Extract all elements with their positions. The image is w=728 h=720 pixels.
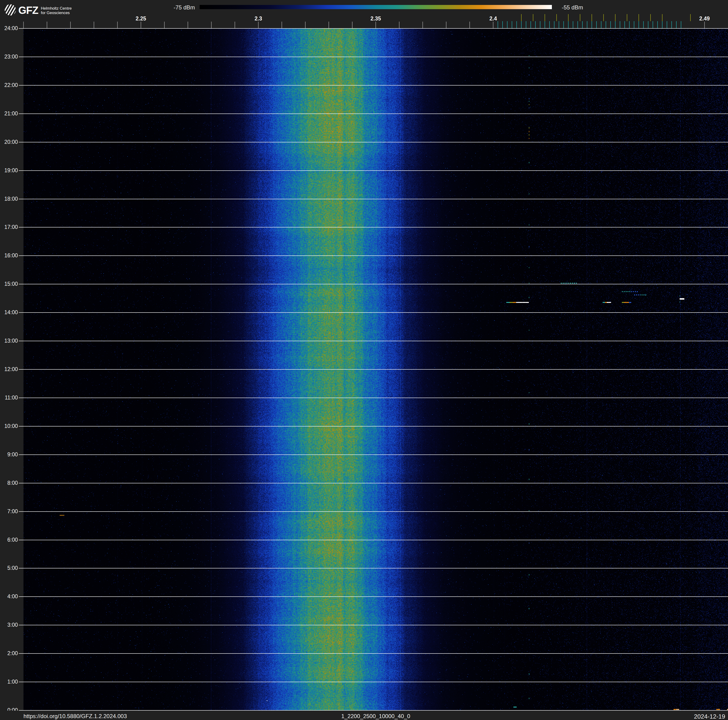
hour-gridline <box>19 113 728 114</box>
wifi-channel-marker <box>615 14 615 21</box>
ble-channel-marker <box>662 21 662 28</box>
ble-channel-marker <box>540 21 540 28</box>
ble-channel-marker <box>596 21 597 28</box>
ble-channel-marker <box>559 21 559 28</box>
time-label: 13:00 <box>0 338 18 344</box>
freq-label: 2.35 <box>370 15 381 22</box>
ble-channel-marker <box>653 21 653 28</box>
ble-channel-marker <box>676 21 677 28</box>
ble-channel-marker <box>587 21 587 28</box>
colorbar-min-label: -75 dBm <box>141 4 195 11</box>
time-label: 18:00 <box>0 196 18 202</box>
freq-tick <box>47 21 47 28</box>
ble-channel-marker <box>657 21 658 28</box>
ble-channel-marker <box>601 21 601 28</box>
hour-gridline <box>19 369 728 370</box>
freq-label: 2.25 <box>136 15 146 22</box>
dataset-title: 1_2200_2500_10000_40_0 <box>23 713 728 720</box>
time-label: 22:00 <box>0 82 18 88</box>
time-label: 20:00 <box>0 139 18 145</box>
freq-tick <box>94 21 94 28</box>
freq-tick <box>352 21 352 28</box>
wifi-channel-marker <box>568 14 569 21</box>
ble-channel-marker <box>512 21 512 28</box>
logo-org-text: GFZ <box>18 5 38 16</box>
ble-channel-marker <box>549 21 550 28</box>
wifi-channel-marker <box>662 14 662 21</box>
hour-gridline <box>19 312 728 313</box>
hour-gridline <box>19 341 728 341</box>
time-label: 2:00 <box>0 650 18 657</box>
ble-channel-marker <box>620 21 620 28</box>
logo-subtitle-line2: for Geosciences <box>41 11 70 15</box>
wifi-channel-marker <box>639 14 639 21</box>
time-label: 5:00 <box>0 565 18 571</box>
freq-tick <box>258 21 258 28</box>
ble-channel-marker <box>531 21 531 28</box>
wifi-channel-marker <box>592 14 592 21</box>
time-label: 6:00 <box>0 536 18 543</box>
time-label: 9:00 <box>0 451 18 458</box>
hour-gridline <box>19 653 728 654</box>
time-label: 8:00 <box>0 480 18 486</box>
freq-label: 2.4 <box>489 15 497 22</box>
freq-tick <box>23 21 24 28</box>
time-label: 14:00 <box>0 309 18 316</box>
ble-channel-marker <box>639 21 639 28</box>
colorbar <box>200 5 552 9</box>
hour-gridline <box>19 398 728 398</box>
ble-channel-marker <box>610 21 611 28</box>
ble-channel-marker <box>568 21 569 28</box>
time-label: 23:00 <box>0 54 18 60</box>
hour-gridline <box>19 483 728 483</box>
wifi-channel-marker <box>627 14 627 21</box>
hour-gridline <box>19 57 728 57</box>
ble-channel-marker <box>502 21 503 28</box>
freq-tick <box>164 21 165 28</box>
freq-tick <box>493 21 493 28</box>
ble-channel-marker <box>573 21 573 28</box>
wifi-channel-marker <box>650 14 651 21</box>
freq-tick <box>235 21 235 28</box>
time-label: 12:00 <box>0 366 18 372</box>
hour-gridline <box>19 256 728 256</box>
hour-gridline <box>19 682 728 682</box>
spectrogram-page: GFZ Helmholtz Centre for Geosciences -75… <box>0 0 728 720</box>
ble-channel-marker <box>634 21 634 28</box>
wifi-channel-marker <box>521 14 522 21</box>
freq-tick <box>70 21 71 28</box>
freq-tick <box>141 21 141 28</box>
hour-gridline <box>19 28 728 29</box>
wifi-channel-marker <box>580 14 580 21</box>
hour-gridline <box>19 85 728 86</box>
wifi-channel-marker <box>603 14 604 21</box>
ble-channel-marker <box>554 21 554 28</box>
freq-tick <box>704 21 705 28</box>
time-label: 11:00 <box>0 395 18 401</box>
freq-label: 2.3 <box>255 15 262 22</box>
wifi-channel-marker <box>556 14 557 21</box>
time-label: 21:00 <box>0 110 18 117</box>
time-label: 17:00 <box>0 224 18 230</box>
ble-channel-marker <box>563 21 564 28</box>
freq-tick <box>305 21 306 28</box>
ble-channel-marker <box>615 21 615 28</box>
doi-text: https://doi.org/10.5880/GFZ.1.2.2024.003 <box>23 713 127 720</box>
time-label: 7:00 <box>0 508 18 515</box>
time-label: 10:00 <box>0 423 18 429</box>
hour-gridline <box>19 199 728 199</box>
freq-tick <box>422 21 423 28</box>
ble-channel-marker <box>592 21 592 28</box>
ble-channel-marker <box>507 21 508 28</box>
hour-gridline <box>19 284 728 284</box>
ble-channel-marker <box>624 21 625 28</box>
wifi-channel-marker <box>690 14 691 21</box>
ble-channel-marker <box>643 21 644 28</box>
freq-tick <box>376 21 376 28</box>
ble-channel-marker <box>681 21 681 28</box>
wifi-channel-marker <box>544 14 545 21</box>
ble-channel-marker <box>526 21 526 28</box>
hour-gridline <box>19 426 728 426</box>
freq-tick <box>399 21 399 28</box>
freq-tick <box>211 21 212 28</box>
